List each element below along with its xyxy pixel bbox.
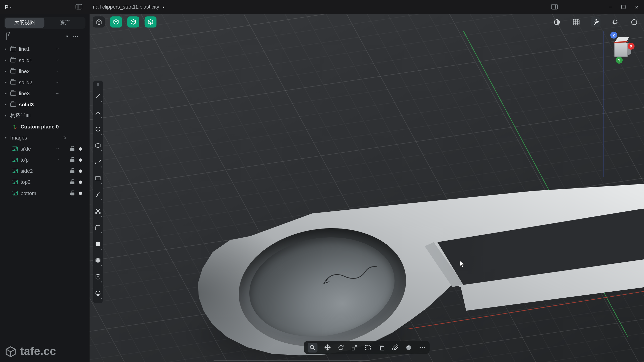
snowflake-overlay-icon[interactable] [610, 17, 620, 27]
maximize-button[interactable] [617, 0, 630, 14]
rotate-tool-button[interactable] [337, 344, 344, 351]
construction-planes-header[interactable]: ▾ 构造平面 [0, 110, 90, 121]
images-header[interactable]: ▾ Images ☼ [0, 132, 90, 143]
visibility-dot-icon[interactable] [79, 147, 82, 151]
tab-outline-view[interactable]: 大纲视图 [5, 18, 44, 28]
toggle-solids-button[interactable] [110, 16, 122, 27]
polygon-tool[interactable] [93, 137, 103, 153]
more-tools-button[interactable] [419, 344, 426, 351]
chevron-right-icon[interactable]: ▸ [5, 47, 10, 51]
lock-icon[interactable] [70, 193, 74, 195]
marquee-icon [365, 344, 371, 351]
fillet-icon [95, 224, 101, 230]
chevron-right-icon[interactable]: ▸ [5, 58, 10, 62]
sphere-icon [95, 241, 101, 247]
tree-item-line1[interactable]: ▸ line1 ⌣ [0, 43, 90, 55]
circle-tool[interactable] [93, 121, 103, 137]
curve-visibility-icon[interactable]: ⌣ [56, 57, 59, 62]
move-tool-button[interactable] [324, 344, 331, 351]
outliner-more-button[interactable]: ⋯ [70, 32, 81, 40]
new-folder-button[interactable]: + [6, 34, 10, 40]
lock-icon[interactable] [70, 159, 74, 162]
attach-button[interactable] [391, 344, 399, 351]
torus-tool[interactable] [93, 285, 103, 301]
visibility-dot-icon[interactable] [79, 192, 82, 195]
scale-tool-button[interactable] [351, 344, 358, 351]
mouse-cursor [459, 260, 466, 268]
toggle-left-panel-button[interactable] [75, 4, 82, 9]
viewport-canvas[interactable]: Z X Y ⠿ [90, 14, 644, 362]
chevron-right-icon[interactable]: ▸ [5, 92, 10, 95]
collapse-all-button[interactable]: ▾ [64, 34, 71, 39]
curve-visibility-icon[interactable]: ⌣ [56, 68, 59, 73]
chevron-down-icon[interactable]: ▾ [5, 136, 10, 140]
left-panel-icon [75, 4, 82, 9]
scene-curve-object[interactable] [311, 250, 406, 295]
line-tool[interactable] [93, 88, 103, 104]
arc-tool[interactable] [93, 104, 103, 121]
more-icon: ⋯ [73, 33, 79, 39]
viewport-settings-button[interactable] [93, 16, 105, 27]
render-circle-icon[interactable] [629, 17, 639, 27]
cylinder-tool[interactable] [93, 268, 103, 285]
gizmo-axis-y[interactable]: Y [616, 57, 623, 64]
gizmo-axis-z[interactable]: Z [610, 32, 617, 39]
lock-icon[interactable] [70, 170, 74, 173]
tree-item-custom-plane-0[interactable]: Custom plane 0 [0, 121, 90, 132]
image-item-side2[interactable]: side2 [0, 165, 90, 176]
chevron-down-icon[interactable]: ▾ [5, 114, 10, 117]
tree-item-solid2[interactable]: ▸ solid2 ⌣ [0, 77, 90, 88]
lock-icon[interactable] [70, 182, 74, 184]
nail-clipper-model[interactable] [90, 14, 644, 362]
gizmo-cube-front-face[interactable] [614, 43, 627, 57]
curve-visibility-icon[interactable]: ⌣ [56, 90, 59, 96]
gizmo-axis-x[interactable]: X [628, 43, 635, 50]
toggle-right-panel-button[interactable] [551, 4, 558, 9]
lock-icon[interactable] [70, 148, 74, 151]
visibility-dot-icon[interactable] [79, 169, 82, 173]
trim-tool[interactable] [93, 203, 103, 219]
app-menu-button[interactable]: P ▾ [5, 3, 12, 11]
spline-tool[interactable] [93, 186, 103, 203]
curve-visibility-icon[interactable]: ⌣ [56, 146, 59, 151]
chevron-right-icon[interactable]: ▸ [5, 80, 10, 84]
palette-grip-handle[interactable]: ⠿ [97, 82, 99, 88]
sun-visibility-icon[interactable]: ☼ [62, 135, 67, 141]
toggle-sheets-button[interactable] [127, 16, 139, 27]
image-item-side[interactable]: si'de ⌣ [0, 143, 90, 154]
box-select-button[interactable] [364, 344, 372, 351]
material-button[interactable] [405, 344, 412, 351]
tab-assets[interactable]: 资产 [45, 18, 85, 28]
toggle-curves-button[interactable] [145, 16, 156, 27]
tree-item-line3[interactable]: ▸ line3 ⌣ [0, 88, 90, 99]
image-item-bottom[interactable]: bottom [0, 188, 90, 199]
grid-display-icon[interactable] [571, 17, 581, 27]
visibility-dot-icon[interactable] [79, 180, 82, 184]
rectangle-tool[interactable] [93, 170, 103, 186]
duplicate-button[interactable] [378, 344, 385, 351]
minimize-button[interactable]: − [604, 0, 617, 14]
image-item-top2[interactable]: top2 [0, 176, 90, 188]
tree-item-solid1[interactable]: ▸ solid1 ⌣ [0, 55, 90, 66]
zoom-tool-button[interactable] [308, 342, 317, 352]
chevron-right-icon[interactable]: ▸ [5, 69, 10, 73]
tree-item-line2[interactable]: ▸ line2 ⌣ [0, 66, 90, 77]
curve-visibility-icon[interactable]: ⌣ [56, 157, 59, 162]
curve-visibility-icon[interactable]: ⌣ [56, 46, 59, 51]
curve-visibility-icon[interactable]: ⌣ [56, 79, 59, 84]
close-button[interactable]: × [630, 0, 643, 14]
curve-tool[interactable] [93, 154, 103, 170]
visibility-dot-icon[interactable] [79, 158, 82, 162]
fillet-tool[interactable] [93, 219, 103, 236]
orientation-gizmo[interactable]: Z X Y [606, 30, 644, 71]
tools-wrench-icon[interactable] [591, 17, 600, 27]
box-tool[interactable] [93, 252, 103, 268]
sphere-tool[interactable] [93, 236, 103, 252]
tree-item-solid3[interactable]: ▸ solid3 [0, 99, 90, 110]
window-title: nail clippers_start11.plasticity ● [93, 0, 165, 14]
image-item-top[interactable]: to'p ⌣ [0, 154, 90, 165]
titlebar: P ▾ nail clippers_start11.plasticity ● −… [0, 0, 644, 14]
horizontal-scrollbar[interactable] [214, 360, 370, 361]
contrast-icon[interactable] [552, 17, 562, 27]
chevron-right-icon[interactable]: ▸ [5, 103, 10, 106]
